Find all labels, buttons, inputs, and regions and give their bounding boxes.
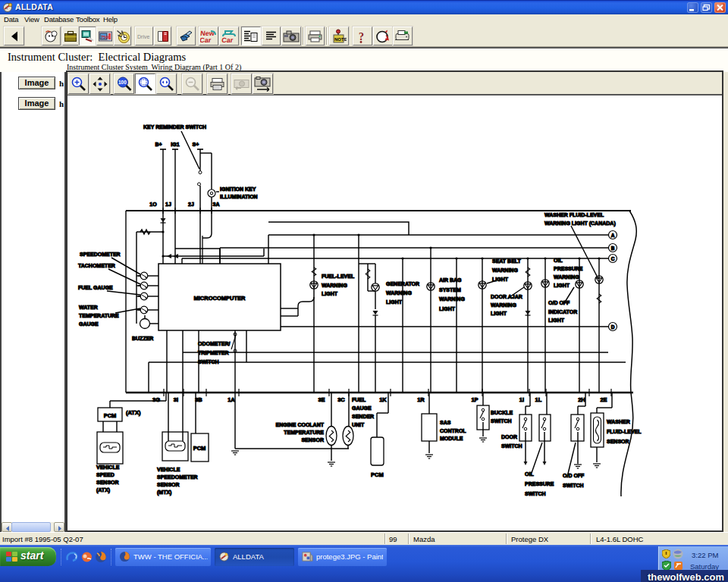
svg-text:SENSOR: SENSOR [157, 482, 180, 487]
svg-text:3B: 3B [195, 396, 202, 403]
svg-text:WARNING: WARNING [554, 274, 579, 280]
svg-text:PCM: PCM [193, 445, 206, 452]
svg-text:3A: 3A [213, 202, 220, 207]
svg-text:(MTX): (MTX) [157, 490, 171, 496]
svg-text:Car: Car [221, 36, 234, 44]
svg-text:(ATX): (ATX) [96, 487, 110, 493]
svg-text:WARNING: WARNING [492, 268, 518, 273]
svg-text:GAUGE: GAUGE [352, 405, 372, 411]
svg-text:WARNING LIGHT (CANADA): WARNING LIGHT (CANADA) [544, 221, 616, 227]
svg-text:SYSTEM: SYSTEM [439, 287, 461, 293]
svg-text:PRESSURE: PRESSURE [554, 266, 583, 271]
svg-text:OIL: OIL [525, 471, 534, 477]
svg-text:100: 100 [118, 80, 127, 85]
svg-text:FLUID-LEVEL: FLUID-LEVEL [607, 429, 642, 434]
svg-text:A: A [611, 233, 615, 238]
svg-text:IG1: IG1 [171, 142, 179, 147]
svg-text:BUCKLE: BUCKLE [491, 410, 513, 415]
svg-text:SPEEDOMETER: SPEEDOMETER [157, 474, 198, 480]
svg-text:LIGHT: LIGHT [439, 306, 456, 311]
svg-text:TRIPMETER: TRIPMETER [198, 350, 228, 355]
svg-text:FUEL GAUGE: FUEL GAUGE [78, 285, 113, 290]
svg-text:(ATX): (ATX) [126, 409, 141, 416]
svg-text:1P: 1P [471, 396, 478, 403]
svg-text:1J: 1J [165, 202, 171, 207]
svg-text:2E: 2E [600, 396, 607, 403]
svg-text:SWITCH: SWITCH [563, 483, 584, 488]
svg-text:SWITCH: SWITCH [198, 359, 219, 365]
svg-text:1L: 1L [535, 396, 542, 403]
svg-text:WARNING: WARNING [322, 283, 347, 288]
svg-text:WARNING: WARNING [439, 296, 465, 302]
svg-text:1I: 1I [519, 396, 524, 403]
svg-text:PCM: PCM [104, 412, 117, 419]
svg-text:CONTROL: CONTROL [440, 428, 466, 433]
svg-text:GAUGE: GAUGE [79, 321, 99, 327]
svg-text:3G: 3G [152, 396, 160, 403]
svg-text:WARNING: WARNING [386, 290, 412, 296]
svg-text:3E: 3E [318, 396, 325, 403]
svg-text:1A: 1A [228, 396, 235, 403]
svg-text:KEY REMINDER SWITCH: KEY REMINDER SWITCH [143, 124, 206, 130]
svg-text:B+: B+ [155, 142, 162, 147]
svg-text:2H: 2H [578, 396, 585, 403]
svg-text:SPEEDOMETER: SPEEDOMETER [80, 252, 121, 257]
svg-text:SWITCH: SWITCH [501, 443, 522, 449]
svg-text:SENDER: SENDER [352, 414, 374, 419]
svg-text:FUEL-LEVEL: FUEL-LEVEL [322, 274, 355, 279]
svg-text:LIGHT: LIGHT [548, 318, 565, 323]
svg-text:LIGHT: LIGHT [322, 291, 338, 296]
svg-text:750: 750 [101, 35, 109, 39]
svg-text:SPEED: SPEED [96, 472, 115, 477]
svg-text:INDICATOR: INDICATOR [548, 309, 577, 314]
svg-text:LIGHT: LIGHT [386, 299, 403, 305]
svg-text:3I: 3I [174, 396, 178, 403]
svg-text:WATER: WATER [79, 305, 98, 310]
svg-text:O/D OFF: O/D OFF [563, 473, 585, 478]
svg-text:BUZZER: BUZZER [132, 336, 153, 341]
svg-text:LIGHT: LIGHT [554, 283, 570, 288]
svg-text:3C: 3C [337, 396, 345, 403]
svg-text:Drive: Drive [137, 34, 149, 39]
svg-text:TEMPERATURE: TEMPERATURE [79, 313, 119, 318]
svg-text:WARNING: WARNING [491, 302, 516, 308]
svg-text:SENSOR: SENSOR [607, 439, 629, 444]
svg-text:LIGHT: LIGHT [491, 311, 507, 316]
svg-text:C: C [611, 256, 615, 261]
svg-text:2J: 2J [188, 202, 194, 207]
svg-text:OIL: OIL [554, 258, 563, 263]
svg-text:Car: Car [200, 36, 212, 44]
svg-text:TACHOMETER: TACHOMETER [78, 263, 115, 268]
svg-text:AIR BAG: AIR BAG [439, 277, 462, 283]
svg-text:UNIT: UNIT [352, 422, 365, 427]
svg-text:SENSOR: SENSOR [301, 437, 324, 443]
svg-text:MODULE: MODULE [440, 436, 463, 441]
svg-text:DOOR AJAR: DOOR AJAR [491, 294, 522, 299]
svg-text:SWITCH: SWITCH [525, 491, 546, 496]
svg-text:D: D [611, 324, 615, 330]
svg-text:SAS: SAS [440, 420, 451, 425]
svg-text:S+: S+ [193, 142, 199, 147]
svg-text:SWITCH: SWITCH [491, 418, 512, 424]
svg-text:MICROCOMPUTER: MICROCOMPUTER [194, 295, 246, 302]
svg-text:ENGINE COOLANT: ENGINE COOLANT [276, 422, 325, 427]
svg-text:NOTE: NOTE [334, 37, 347, 42]
svg-text:1K: 1K [379, 396, 387, 403]
svg-text:VEHICLE: VEHICLE [157, 467, 180, 472]
svg-text:TEMPERATURE: TEMPERATURE [284, 430, 324, 435]
svg-text:1R: 1R [417, 396, 425, 403]
svg-text:?: ? [359, 31, 364, 42]
svg-text:B: B [611, 246, 615, 251]
svg-text:SEAT BELT: SEAT BELT [492, 258, 522, 264]
svg-text:WASHER: WASHER [607, 419, 630, 424]
svg-text:SENSOR: SENSOR [96, 480, 119, 485]
svg-text:PCM: PCM [371, 471, 384, 478]
svg-text:O/D OFF: O/D OFF [548, 300, 570, 305]
svg-text:PRESSURE: PRESSURE [525, 481, 554, 487]
svg-text:IGNITION KEY: IGNITION KEY [220, 186, 256, 192]
svg-text:DOOR: DOOR [501, 434, 517, 440]
svg-text:VEHICLE: VEHICLE [96, 465, 120, 470]
svg-text:1O: 1O [149, 202, 157, 207]
svg-text:FUEL: FUEL [352, 397, 366, 402]
svg-text:ILLUMINATION: ILLUMINATION [220, 194, 258, 199]
